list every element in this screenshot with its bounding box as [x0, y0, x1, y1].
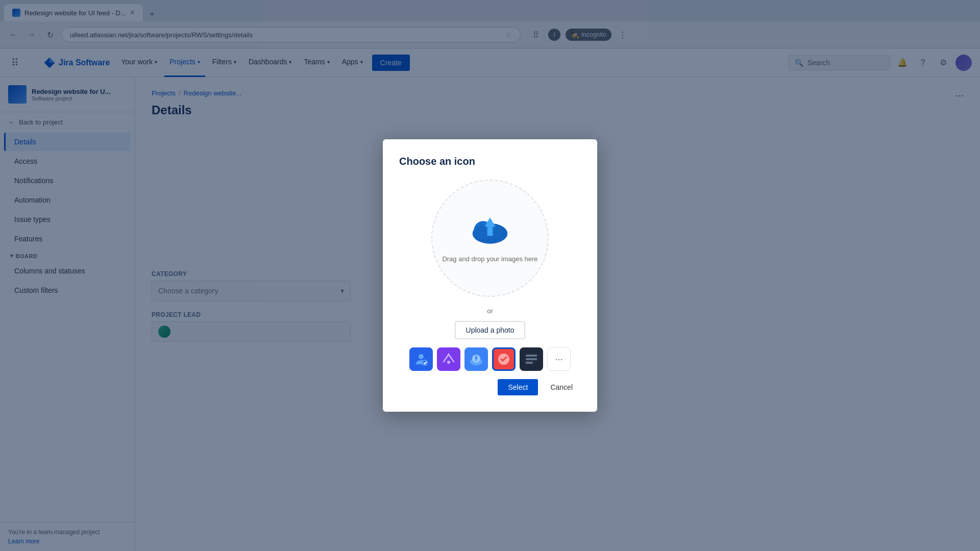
cloud-upload-icon: [467, 212, 513, 248]
icon-preset-2[interactable]: [437, 347, 460, 371]
icon-preset-5[interactable]: [520, 347, 543, 371]
icon-preset-4[interactable]: [492, 347, 516, 371]
svg-rect-17: [526, 362, 533, 364]
svg-point-10: [447, 361, 450, 364]
modal-overlay[interactable]: Choose an icon Drag and drop your images…: [0, 0, 980, 551]
drop-zone[interactable]: Drag and drop your images here: [431, 180, 549, 297]
svg-point-9: [422, 360, 427, 365]
icon-presets: ···: [399, 347, 581, 371]
choose-icon-modal: Choose an icon Drag and drop your images…: [383, 139, 597, 412]
drop-text: Drag and drop your images here: [442, 254, 537, 264]
svg-point-8: [419, 354, 424, 359]
cancel-button[interactable]: Cancel: [542, 379, 581, 395]
or-text: or: [399, 307, 581, 315]
icon-preset-1[interactable]: [409, 347, 433, 371]
upload-button-container: Upload a photo: [399, 321, 581, 339]
select-button[interactable]: Select: [498, 379, 538, 395]
upload-photo-button[interactable]: Upload a photo: [455, 321, 526, 339]
svg-rect-15: [526, 355, 537, 357]
svg-rect-16: [526, 358, 537, 360]
more-icons-button[interactable]: ···: [547, 347, 571, 371]
icon-preset-3[interactable]: [464, 347, 488, 371]
modal-actions: Select Cancel: [399, 379, 581, 395]
modal-title: Choose an icon: [399, 156, 581, 167]
